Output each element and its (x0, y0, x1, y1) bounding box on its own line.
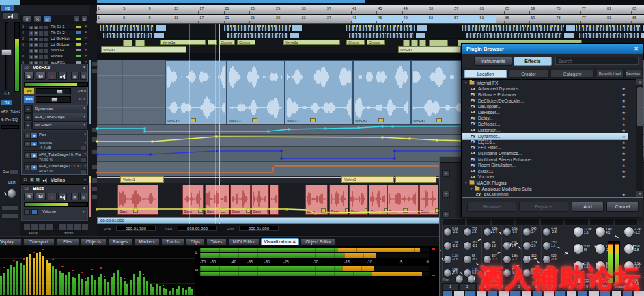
monitor-speaker-button[interactable] (2, 12, 18, 20)
lane-value-stepper[interactable] (81, 169, 87, 174)
grid-icon[interactable]: ≡ (74, 16, 80, 22)
left-small-button-2[interactable] (1, 213, 19, 219)
star-icon[interactable]: ★ (622, 174, 626, 179)
plugin-power-icon[interactable]: ● (24, 113, 32, 121)
lane-icon-a[interactable]: ≡ (24, 152, 31, 159)
master-eq-knob[interactable] (595, 226, 606, 237)
toolbar-tab-markers[interactable]: Markers (134, 238, 160, 245)
mixer-mini-button[interactable] (464, 291, 475, 296)
vocfx1-clip[interactable]: VocFX1 (398, 46, 461, 53)
section-clip[interactable]: Chorus (346, 40, 365, 45)
chevron-down-icon[interactable]: ▼ (83, 65, 86, 69)
chevron-down-icon[interactable]: ▼ (84, 164, 87, 167)
plugin-slot[interactable]: ●Dynamics▼ (24, 105, 87, 112)
len-value[interactable]: 038:00:000 (178, 226, 217, 231)
eq-knob[interactable] (443, 241, 452, 250)
toolbar-tab-objects[interactable]: Objects (81, 238, 107, 245)
plugin-fx-row[interactable]: FXBrilliance Enhancer...★ (462, 92, 628, 98)
lock-button[interactable]: ▣ (71, 72, 79, 80)
end-value[interactable]: 058:01:000 (239, 226, 279, 231)
eq-knob[interactable] (503, 228, 512, 237)
section-clip[interactable]: Chorus (237, 40, 255, 45)
rd-button[interactable]: Rd (1, 100, 12, 105)
expand-arrow-icon[interactable]: ▾ (471, 187, 473, 191)
mixer-side-button[interactable]: + (442, 191, 450, 198)
track-row-violins[interactable]: 11 S M Violins ▼ (21, 176, 88, 185)
lane-header[interactable]: ≡◆Volume▼-4.4 dB (23, 139, 87, 150)
toolbar-tab-display[interactable]: Display (0, 238, 22, 245)
star-icon[interactable]: ★ (622, 157, 626, 162)
plugin-fx-row[interactable]: FXAdvanced Dynamics...★ (462, 86, 628, 92)
pan-slider[interactable] (36, 96, 71, 103)
lane-header[interactable]: ≡◆eFX_TubeStage / 6: Pre▼70.96 % (23, 150, 87, 162)
chevron-down-icon[interactable]: ▼ (83, 186, 86, 190)
lane-icon-b[interactable]: ◆ (31, 164, 38, 170)
chevron-down-icon[interactable]: ▼ (84, 133, 87, 136)
filter-tab-creator[interactable]: Creator (508, 70, 549, 78)
plugin-fx-row[interactable]: FXRoom Simulation...★ (462, 162, 628, 168)
star-icon[interactable]: ★ (622, 169, 626, 174)
monitor-button[interactable] (58, 193, 67, 200)
audio-clip-vocfx2[interactable]: VocFX2 (165, 60, 227, 124)
plugin-slot-name[interactable]: eFX_TubeStage▼ (32, 113, 88, 122)
left-mini-slider[interactable] (1, 125, 19, 129)
plugin-folder-row[interactable]: ▾Internal FX (462, 80, 628, 86)
chevron-down-icon[interactable]: ▼ (85, 48, 87, 51)
eq-knob[interactable] (463, 255, 472, 264)
mini-clip-block[interactable] (292, 25, 303, 31)
zoom-button[interactable] (81, 224, 89, 230)
section-clip[interactable]: Verse1a (160, 40, 206, 45)
lane-icon-b[interactable]: ◆ (31, 152, 38, 159)
chevron-down-icon[interactable]: ▼ (85, 25, 87, 28)
setup-button[interactable] (23, 224, 31, 230)
master-eq-knob[interactable] (624, 243, 634, 254)
zoom-button[interactable] (59, 224, 66, 230)
plugin-fx-row[interactable]: FXMultiband Stereo Enhancer...★ (462, 157, 628, 163)
expand-arrow-icon[interactable]: ▾ (465, 180, 467, 185)
plugin-power-icon[interactable]: ● (24, 122, 32, 129)
section-clip[interactable]: Chorus (367, 40, 385, 45)
audio-clip-vocfx2[interactable]: VocFX2 (285, 60, 353, 124)
mixer-side-button[interactable]: + (442, 211, 450, 218)
eq-knob[interactable] (463, 241, 472, 250)
chevron-down-icon[interactable]: ▼ (82, 209, 85, 213)
plugin-search-input[interactable]: Search (555, 57, 639, 65)
transpose-knob[interactable] (7, 189, 16, 198)
close-icon[interactable]: ✕ (634, 46, 639, 52)
midi-clip-violins[interactable]: Violins1 (120, 176, 164, 183)
toolbar-tab-visualization[interactable]: Visualization ✕ (261, 238, 299, 245)
eq-knob[interactable] (483, 228, 492, 237)
mixer-channel-number[interactable]: 2 (459, 283, 476, 291)
plugin-fx-row[interactable]: FXDeHisser...★ (462, 109, 628, 116)
vocfx1-clip[interactable]: VocFX1 (101, 46, 186, 53)
setup-button[interactable] (46, 224, 53, 230)
remove-button[interactable]: Remove (467, 202, 516, 212)
plugin-fx-row[interactable]: FXFFT Filter...★ (462, 145, 628, 151)
add-button[interactable]: Add (572, 202, 604, 212)
midi-mini-clip[interactable] (575, 25, 641, 31)
chevron-down-icon[interactable]: ▼ (85, 42, 87, 46)
global-solo-button[interactable]: S (33, 16, 42, 23)
mixer-mini-button[interactable] (442, 291, 453, 296)
star-icon[interactable]: ★ (622, 98, 626, 103)
star-icon[interactable]: ★ (622, 86, 626, 91)
star-icon[interactable]: ★ (622, 116, 626, 120)
midi-mini-clip[interactable] (99, 25, 155, 31)
scroll-down-arrow[interactable]: ▼ (636, 191, 643, 197)
chevron-down-icon[interactable]: ▼ (85, 36, 87, 40)
filter-tab-location[interactable]: Location (464, 70, 507, 78)
star-icon[interactable]: ★ (622, 151, 626, 156)
fader-handle[interactable] (1, 49, 12, 55)
toolbar-tab-ranges[interactable]: Ranges (108, 238, 132, 245)
mini-clip-block[interactable] (641, 32, 644, 39)
record-button[interactable]: ● (48, 72, 57, 80)
toolbar-tab-midi-editor[interactable]: MIDI Editor (228, 238, 260, 245)
solo-mini[interactable]: S (30, 178, 34, 182)
toolbar-tab-tracks[interactable]: Tracks (161, 238, 184, 245)
timeline-ruler-top[interactable] (97, 5, 644, 14)
playhead-cursor[interactable] (219, 24, 220, 224)
tab-effects[interactable]: Effects (514, 57, 552, 66)
track-name[interactable]: Bass (33, 186, 44, 191)
plugin-folder-row[interactable]: ▾Analogue Modelling Suite (462, 186, 628, 192)
midi-mini-clip[interactable] (466, 32, 563, 39)
